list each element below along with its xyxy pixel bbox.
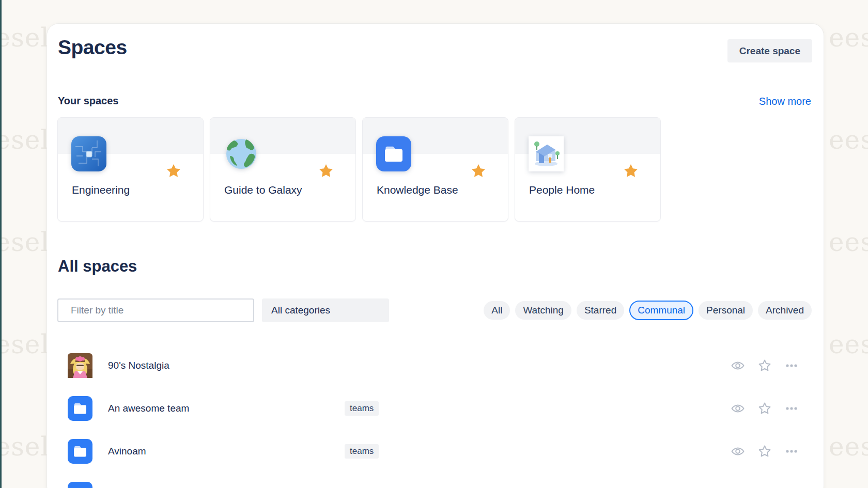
- category-dropdown[interactable]: All categories: [262, 298, 389, 322]
- row-actions: [731, 401, 799, 416]
- watermark-text-right: eesel: [829, 127, 868, 153]
- watch-eye-icon: [731, 401, 745, 416]
- starred-star-icon[interactable]: [470, 163, 487, 180]
- app-folder-icon: [376, 136, 411, 171]
- more-options-button[interactable]: [784, 401, 799, 416]
- space-row-name: An awesome team: [108, 403, 345, 414]
- filter-pill-personal[interactable]: Personal: [699, 301, 753, 320]
- starred-star-icon[interactable]: [165, 163, 182, 180]
- space-card[interactable]: Engineering: [57, 117, 204, 222]
- space-filter-pills: AllWatchingStarredCommunalPersonalArchiv…: [484, 300, 812, 321]
- favorite-star-icon: [757, 358, 772, 373]
- space-row-name: Avinoam: [108, 446, 345, 457]
- more-options-icon: [784, 401, 799, 416]
- filter-by-title-box: [57, 298, 254, 322]
- row-actions: [731, 358, 799, 373]
- filter-pill-watching[interactable]: Watching: [515, 301, 571, 320]
- all-spaces-heading: All spaces: [58, 257, 137, 276]
- folder-icon: [68, 396, 92, 421]
- watermark-text-left: eesel: [0, 25, 49, 51]
- page-title: Spaces: [58, 36, 127, 59]
- watermark-text-right: eesel: [829, 332, 868, 357]
- create-space-button[interactable]: Create space: [727, 39, 812, 62]
- watermark-text-right: eesel: [829, 434, 868, 460]
- circuit-board-icon: [71, 136, 106, 171]
- space-card-name: Knowledge Base: [377, 184, 458, 196]
- space-category-tag: teams: [345, 401, 379, 416]
- house-illustration-icon: [529, 136, 564, 171]
- cartoon-avatar-icon: [68, 353, 92, 378]
- space-card-name: People Home: [529, 184, 595, 196]
- space-list-row[interactable]: Danielle: [57, 473, 813, 488]
- watch-eye-icon: [731, 358, 745, 373]
- watermark-text-left: eesel: [0, 127, 49, 153]
- watermark-text-right: eesel: [829, 229, 868, 255]
- watermark-text-left: eesel: [0, 332, 49, 357]
- filter-pill-starred[interactable]: Starred: [577, 301, 624, 320]
- space-card-name: Engineering: [72, 184, 130, 196]
- watermark-text-left: eesel: [0, 229, 49, 255]
- spaces-panel: Spaces Create space Your spaces Show mor…: [47, 23, 824, 488]
- favorite-star-button[interactable]: [757, 444, 772, 459]
- more-options-button[interactable]: [784, 358, 799, 373]
- more-options-icon: [784, 444, 799, 459]
- your-spaces-card-grid: EngineeringGuide to GalaxyKnowledge Base…: [57, 117, 661, 222]
- watch-eye-icon: [731, 444, 745, 459]
- watch-eye-button[interactable]: [731, 358, 745, 373]
- favorite-star-icon: [757, 444, 772, 459]
- row-actions: [731, 444, 799, 459]
- watch-eye-button[interactable]: [731, 401, 745, 416]
- space-card[interactable]: Knowledge Base: [362, 117, 508, 222]
- space-card-name: Guide to Galaxy: [224, 184, 302, 196]
- filter-pill-communal[interactable]: Communal: [629, 301, 693, 320]
- filter-pill-archived[interactable]: Archived: [758, 301, 812, 320]
- category-dropdown-label: All categories: [271, 305, 330, 316]
- starred-star-icon[interactable]: [317, 163, 335, 180]
- show-more-link[interactable]: Show more: [759, 96, 811, 107]
- watermark-text-right: eesel: [829, 25, 868, 51]
- favorite-star-button[interactable]: [757, 358, 772, 373]
- space-list-row[interactable]: Avinoamteams: [57, 430, 813, 473]
- watch-eye-button[interactable]: [731, 444, 745, 459]
- filter-title-input[interactable]: [71, 305, 246, 316]
- favorite-star-icon: [757, 401, 772, 416]
- folder-icon: [68, 482, 92, 488]
- more-options-button[interactable]: [784, 444, 799, 459]
- space-card[interactable]: People Home: [515, 117, 661, 222]
- space-row-name: 90's Nostalgia: [108, 360, 345, 371]
- your-spaces-heading: Your spaces: [58, 95, 118, 107]
- all-spaces-list: 90's NostalgiaAn awesome teamteamsAvinoa…: [57, 344, 813, 488]
- favorite-star-button[interactable]: [757, 401, 772, 416]
- space-list-row[interactable]: An awesome teamteams: [57, 387, 813, 430]
- space-list-row[interactable]: 90's Nostalgia: [57, 344, 813, 387]
- more-options-icon: [784, 358, 799, 373]
- space-card[interactable]: Guide to Galaxy: [210, 117, 356, 222]
- left-edge-accent: [0, 0, 2, 488]
- space-category-tag: teams: [345, 444, 379, 459]
- globe-icon: [224, 136, 259, 171]
- folder-icon: [68, 439, 92, 464]
- filter-pill-all[interactable]: All: [484, 301, 510, 320]
- watermark-text-left: eesel: [0, 434, 49, 460]
- starred-star-icon[interactable]: [622, 163, 640, 180]
